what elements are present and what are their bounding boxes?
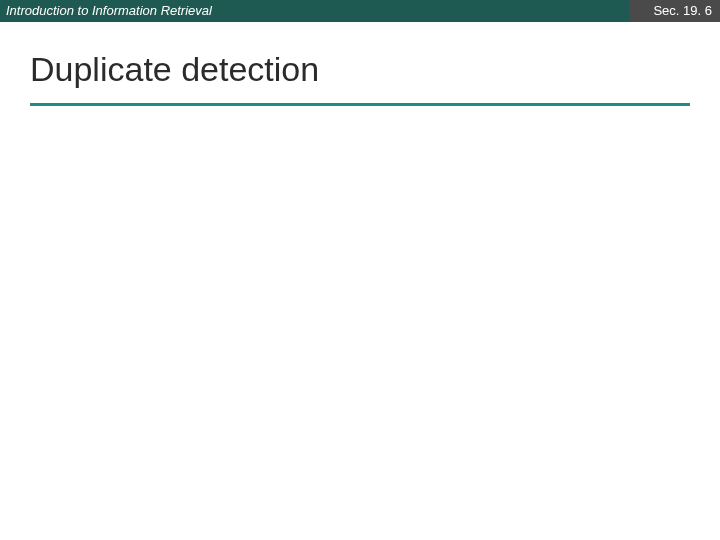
- slide-title: Duplicate detection: [30, 50, 690, 106]
- slide-header: Introduction to Information Retrieval Se…: [0, 0, 720, 22]
- section-label: Sec. 19. 6: [630, 0, 720, 22]
- course-title: Introduction to Information Retrieval: [0, 0, 630, 22]
- title-area: Duplicate detection: [0, 22, 720, 116]
